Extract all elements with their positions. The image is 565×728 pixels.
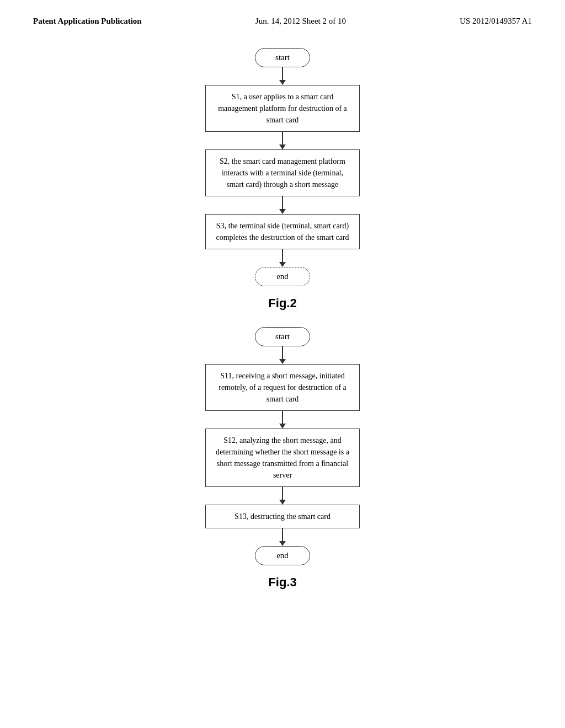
arrow-head bbox=[279, 500, 286, 505]
patent-number-label: US 2012/0149357 A1 bbox=[460, 17, 532, 26]
arrow-head bbox=[279, 424, 286, 429]
arrow-4 bbox=[279, 249, 286, 267]
fig2-end-node: end bbox=[255, 267, 310, 286]
arrow-line bbox=[282, 196, 283, 209]
fig3-s12-node: S12, analyzing the short message, and de… bbox=[205, 429, 360, 487]
arrow-head bbox=[279, 80, 286, 85]
arrow-7 bbox=[279, 487, 286, 505]
fig2-flowchart: start S1, a user applies to a smart card… bbox=[183, 48, 382, 286]
arrow-head bbox=[279, 262, 286, 267]
fig2-s1-node: S1, a user applies to a smart card manag… bbox=[205, 85, 360, 132]
arrow-head bbox=[279, 359, 286, 364]
arrow-line bbox=[282, 67, 283, 80]
fig3-end-node: end bbox=[255, 546, 310, 565]
fig3-s11-node: S11, receiving a short message, initiate… bbox=[205, 364, 360, 411]
arrow-head bbox=[279, 209, 286, 214]
arrow-line bbox=[282, 411, 283, 424]
arrow-3 bbox=[279, 196, 286, 214]
date-sheet-label: Jun. 14, 2012 Sheet 2 of 10 bbox=[255, 17, 346, 26]
arrow-1 bbox=[279, 67, 286, 85]
fig2-s3-node: S3, the terminal side (terminal, smart c… bbox=[205, 214, 360, 249]
page-header: Patent Application Publication Jun. 14, … bbox=[0, 0, 565, 31]
diagram-container: start S1, a user applies to a smart card… bbox=[0, 31, 565, 617]
fig3-start-node: start bbox=[255, 327, 310, 346]
arrow-head bbox=[279, 144, 286, 149]
arrow-8 bbox=[279, 528, 286, 546]
arrow-2 bbox=[279, 132, 286, 149]
arrow-line bbox=[282, 346, 283, 359]
arrow-line bbox=[282, 528, 283, 541]
arrow-6 bbox=[279, 411, 286, 429]
fig3-flowchart: start S11, receiving a short message, in… bbox=[183, 327, 382, 565]
arrow-line bbox=[282, 487, 283, 500]
arrow-head bbox=[279, 541, 286, 546]
arrow-line bbox=[282, 249, 283, 262]
fig2-start-node: start bbox=[255, 48, 310, 67]
fig3-label: Fig.3 bbox=[268, 575, 296, 590]
fig2-s2-node: S2, the smart card management platform i… bbox=[205, 149, 360, 196]
fig3-s13-node: S13, destructing the smart card bbox=[205, 505, 360, 528]
arrow-line bbox=[282, 132, 283, 144]
fig2-label: Fig.2 bbox=[268, 296, 296, 311]
publication-label: Patent Application Publication bbox=[33, 17, 142, 26]
arrow-5 bbox=[279, 346, 286, 364]
